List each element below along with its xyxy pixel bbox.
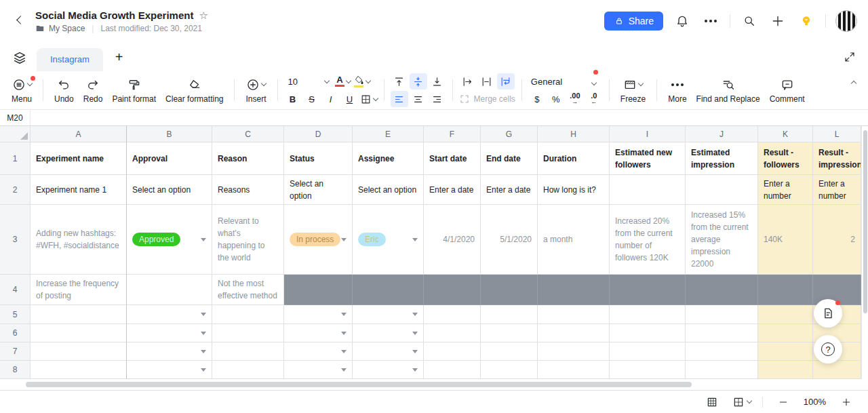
find-replace-button[interactable]: Find and Replace: [692, 76, 765, 105]
dropdown-arrow-icon[interactable]: [201, 332, 206, 335]
cell-I6[interactable]: [610, 324, 686, 342]
strikethrough-button[interactable]: S: [303, 91, 321, 107]
cell-B1[interactable]: Approval: [127, 142, 212, 175]
dropdown-arrow-icon[interactable]: [412, 332, 418, 335]
cell-E2[interactable]: Select an option: [353, 175, 424, 205]
cell-I4[interactable]: [610, 275, 686, 305]
cell-L2[interactable]: Enter a number: [813, 175, 861, 205]
cell-J2[interactable]: [686, 175, 758, 205]
font-color-button[interactable]: A: [334, 73, 352, 90]
cell-D5[interactable]: [284, 305, 353, 324]
cell-K6[interactable]: [758, 324, 813, 342]
cell-D8[interactable]: [284, 361, 353, 379]
insert-button[interactable]: Insert: [241, 76, 271, 105]
view-options-button[interactable]: [732, 393, 751, 412]
help-button[interactable]: ?: [814, 335, 842, 363]
cell-E4[interactable]: [353, 275, 424, 305]
more-actions-button[interactable]: [701, 12, 720, 31]
cell-K5[interactable]: [758, 305, 813, 324]
align-center-button[interactable]: [410, 91, 427, 107]
cell-F7[interactable]: [424, 342, 481, 361]
cell-B6[interactable]: [127, 324, 212, 342]
dropdown-arrow-icon[interactable]: [412, 368, 418, 372]
col-header-H[interactable]: H: [538, 126, 610, 142]
paint-format-button[interactable]: Paint format: [107, 76, 161, 105]
cell-F1[interactable]: Start date: [424, 142, 481, 175]
cell-D2[interactable]: Select an option: [284, 175, 353, 205]
cell-C8[interactable]: [212, 361, 284, 379]
cell-L1[interactable]: Result - impression: [813, 142, 861, 175]
tips-button[interactable]: [797, 12, 816, 31]
cell-B4[interactable]: [127, 275, 212, 305]
cell-K3[interactable]: 140K: [758, 205, 813, 275]
cell-G5[interactable]: [481, 305, 538, 324]
col-header-I[interactable]: I: [610, 126, 686, 142]
more-tools-button[interactable]: More: [663, 76, 691, 105]
cell-A1[interactable]: Experiment name: [31, 142, 127, 175]
align-bottom-button[interactable]: [429, 73, 446, 90]
cell-F4[interactable]: [424, 275, 481, 305]
formula-input[interactable]: [31, 110, 868, 125]
dropdown-arrow-icon[interactable]: [412, 350, 418, 353]
cell-I8[interactable]: [610, 361, 686, 379]
zoom-level[interactable]: 100%: [804, 397, 826, 407]
cell-J7[interactable]: [686, 342, 758, 361]
cell-C6[interactable]: [212, 324, 284, 342]
row-header-2[interactable]: 2: [0, 175, 31, 205]
cell-B3[interactable]: Approved: [127, 205, 212, 275]
row-header-3[interactable]: 3: [0, 205, 31, 275]
currency-button[interactable]: $: [528, 91, 546, 107]
cell-H7[interactable]: [538, 342, 610, 361]
cell-K4[interactable]: [758, 275, 813, 305]
star-icon[interactable]: ☆: [199, 9, 208, 22]
cell-C7[interactable]: [212, 342, 284, 361]
cell-G3[interactable]: 5/1/2020: [481, 205, 538, 275]
cell-F6[interactable]: [424, 324, 481, 342]
cell-E7[interactable]: [353, 342, 424, 361]
cell-H2[interactable]: How long is it?: [538, 175, 610, 205]
align-middle-button[interactable]: [410, 73, 427, 90]
cell-B5[interactable]: [127, 305, 212, 324]
dropdown-arrow-icon[interactable]: [201, 313, 206, 316]
cell-B7[interactable]: [127, 342, 212, 361]
dropdown-arrow-icon[interactable]: [412, 313, 418, 316]
zoom-out-button[interactable]: [774, 393, 793, 412]
horizontal-scrollbar[interactable]: [0, 379, 868, 390]
cell-K2[interactable]: Enter a number: [758, 175, 813, 205]
text-wrap-button[interactable]: [497, 73, 515, 90]
col-header-F[interactable]: F: [424, 126, 481, 142]
cell-G8[interactable]: [481, 361, 538, 379]
cell-E3[interactable]: Eric: [353, 205, 424, 275]
col-header-G[interactable]: G: [481, 126, 538, 142]
row-header-6[interactable]: 6: [0, 324, 31, 342]
cell-J5[interactable]: [686, 305, 758, 324]
dropdown-arrow-icon[interactable]: [412, 238, 418, 241]
align-top-button[interactable]: [391, 73, 408, 90]
col-header-A[interactable]: A: [31, 126, 127, 142]
cell-G6[interactable]: [481, 324, 538, 342]
cell-I7[interactable]: [610, 342, 686, 361]
cell-A4[interactable]: Increase the frequency of posting: [31, 275, 127, 305]
document-location[interactable]: My Space: [49, 24, 85, 33]
cell-K7[interactable]: [758, 342, 813, 361]
cell-C5[interactable]: [212, 305, 284, 324]
back-button[interactable]: [11, 12, 30, 31]
cell-F8[interactable]: [424, 361, 481, 379]
cell-C1[interactable]: Reason: [212, 142, 284, 175]
dropdown-arrow-icon[interactable]: [341, 313, 347, 316]
cell-B2[interactable]: Select an option: [127, 175, 212, 205]
number-format-select[interactable]: General: [528, 73, 599, 90]
cell-I2[interactable]: [610, 175, 686, 205]
sheet-list-icon[interactable]: [12, 50, 27, 65]
cell-G4[interactable]: [481, 275, 538, 305]
cell-B8[interactable]: [127, 361, 212, 379]
merge-cells-button[interactable]: Merge cells: [459, 94, 515, 104]
redo-button[interactable]: Redo: [79, 76, 108, 105]
share-button[interactable]: Share: [604, 12, 663, 31]
cell-H8[interactable]: [538, 361, 610, 379]
freeze-button[interactable]: Freeze: [616, 76, 650, 105]
align-right-button[interactable]: [429, 91, 446, 107]
cell-A6[interactable]: [31, 324, 127, 342]
italic-button[interactable]: I: [322, 91, 340, 107]
cell-J4[interactable]: [686, 275, 758, 305]
